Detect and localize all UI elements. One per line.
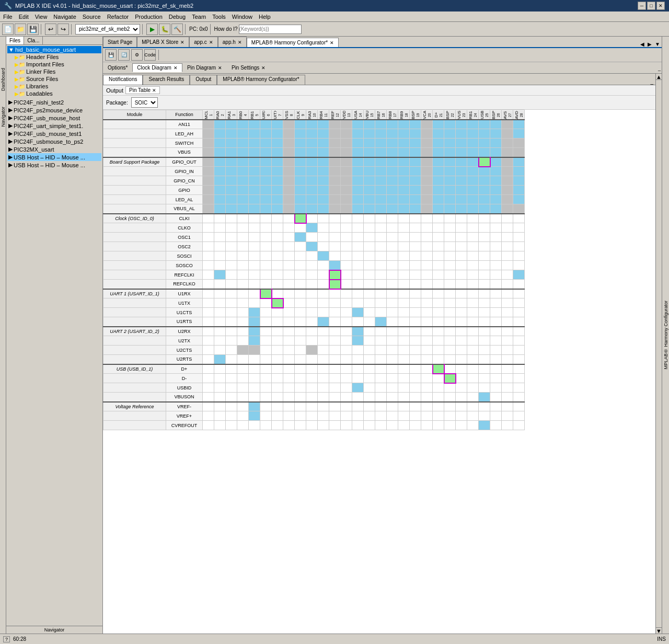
pin-cell[interactable] xyxy=(467,393,479,402)
pin-cell[interactable] xyxy=(318,383,329,393)
pin-cell[interactable] xyxy=(329,129,341,139)
pin-cell[interactable] xyxy=(387,204,398,214)
pin-cell[interactable] xyxy=(456,393,467,402)
pin-cell[interactable] xyxy=(341,139,352,148)
pin-cell[interactable] xyxy=(502,251,513,261)
pin-cell[interactable] xyxy=(214,242,226,251)
pin-cell[interactable] xyxy=(306,280,318,289)
pin-cell[interactable] xyxy=(341,167,352,176)
pin-cell[interactable] xyxy=(341,214,352,223)
pin-cell[interactable] xyxy=(249,261,260,270)
pin-cell[interactable] xyxy=(295,167,306,176)
pin-cell[interactable] xyxy=(226,195,237,204)
pin-cell[interactable] xyxy=(375,233,387,242)
pin-cell[interactable] xyxy=(467,383,479,393)
pin-cell[interactable] xyxy=(272,336,283,346)
pin-cell[interactable] xyxy=(433,317,444,327)
pin-cell[interactable] xyxy=(375,242,387,251)
pin-cell[interactable] xyxy=(410,402,421,411)
pin-cell[interactable] xyxy=(387,374,398,383)
pin-cell[interactable] xyxy=(410,261,421,270)
pin-cell[interactable] xyxy=(456,186,467,195)
pin-cell[interactable] xyxy=(467,148,479,157)
pin-cell[interactable] xyxy=(364,195,375,204)
pin-cell[interactable] xyxy=(479,195,490,204)
pin-cell[interactable] xyxy=(490,327,502,336)
pin-cell[interactable] xyxy=(364,346,375,355)
tree-pic24f-uart[interactable]: ▶ PIC24F_uart_simple_test1. xyxy=(7,122,101,130)
pin-cell[interactable] xyxy=(490,280,502,289)
pin-cell[interactable] xyxy=(237,298,249,308)
pin-cell[interactable] xyxy=(226,298,237,308)
pin-cell[interactable] xyxy=(249,186,260,195)
tree-pic24f-usb[interactable]: ▶ PIC24F_usb_mouse_host xyxy=(7,114,101,122)
pin-cell[interactable] xyxy=(387,298,398,308)
pin-cell[interactable] xyxy=(444,214,456,223)
pin-cell[interactable] xyxy=(410,280,421,289)
pin-cell[interactable] xyxy=(272,186,283,195)
pin-cell[interactable] xyxy=(214,346,226,355)
pin-cell[interactable] xyxy=(490,355,502,364)
pin-cell[interactable] xyxy=(237,139,249,148)
pin-cell[interactable] xyxy=(444,233,456,242)
pin-cell[interactable] xyxy=(433,411,444,421)
pin-cell[interactable] xyxy=(226,186,237,195)
pin-cell[interactable] xyxy=(479,280,490,289)
pin-cell[interactable] xyxy=(364,251,375,261)
pin-cell[interactable] xyxy=(306,139,318,148)
pin-cell[interactable] xyxy=(306,270,318,280)
pin-cell[interactable] xyxy=(203,364,214,374)
pin-cell[interactable] xyxy=(329,421,341,430)
pin-cell[interactable] xyxy=(421,393,433,402)
pin-cell[interactable] xyxy=(306,167,318,176)
pin-cell[interactable] xyxy=(214,176,226,186)
pin-cell[interactable] xyxy=(272,383,283,393)
pin-cell[interactable] xyxy=(467,327,479,336)
pin-cell[interactable] xyxy=(226,336,237,346)
pin-cell[interactable] xyxy=(329,346,341,355)
pin-cell[interactable] xyxy=(226,129,237,139)
pin-cell[interactable] xyxy=(375,421,387,430)
pin-cell[interactable] xyxy=(295,346,306,355)
tab-app-h[interactable]: app.h ✕ xyxy=(218,37,247,47)
pin-cell[interactable] xyxy=(456,223,467,233)
pin-cell[interactable] xyxy=(329,317,341,327)
pin-cell[interactable] xyxy=(398,176,410,186)
pin-cell[interactable] xyxy=(352,374,364,383)
menu-navigate[interactable]: Navigate xyxy=(50,13,79,21)
menu-file[interactable]: File xyxy=(0,13,16,21)
pin-cell[interactable] xyxy=(237,327,249,336)
pin-cell[interactable] xyxy=(364,157,375,167)
pin-cell[interactable] xyxy=(306,233,318,242)
pin-cell[interactable] xyxy=(341,336,352,346)
pin-cell[interactable] xyxy=(364,204,375,214)
pin-cell[interactable] xyxy=(283,251,295,261)
pin-cell[interactable] xyxy=(214,251,226,261)
pin-cell[interactable] xyxy=(479,148,490,157)
pin-cell[interactable] xyxy=(226,176,237,186)
pin-cell[interactable] xyxy=(398,411,410,421)
pin-cell[interactable] xyxy=(502,186,513,195)
tree-loadables[interactable]: ▶📁 Loadables xyxy=(14,90,101,97)
pin-cell[interactable] xyxy=(490,186,502,195)
pin-cell[interactable] xyxy=(467,251,479,261)
pin-cell[interactable] xyxy=(329,242,341,251)
pin-cell[interactable] xyxy=(306,421,318,430)
pin-cell[interactable] xyxy=(444,317,456,327)
tree-project-root[interactable]: ▼ hid_basic_mouse_usart xyxy=(7,46,101,53)
harmony-save-btn[interactable]: 💾 xyxy=(105,49,117,61)
tab-prev-button[interactable]: ◀ xyxy=(639,41,646,47)
pin-cell[interactable] xyxy=(398,251,410,261)
pin-cell[interactable] xyxy=(295,280,306,289)
pin-cell[interactable] xyxy=(260,393,272,402)
pin-cell[interactable] xyxy=(306,186,318,195)
pin-cell[interactable] xyxy=(398,129,410,139)
pin-cell[interactable] xyxy=(352,393,364,402)
pin-cell[interactable] xyxy=(318,261,329,270)
pin-cell[interactable] xyxy=(479,327,490,336)
pin-cell[interactable] xyxy=(352,280,364,289)
scroll-down-btn[interactable]: ▼ xyxy=(656,627,662,634)
pin-cell[interactable] xyxy=(490,120,502,129)
pin-cell[interactable] xyxy=(249,289,260,298)
pin-cell[interactable] xyxy=(467,346,479,355)
